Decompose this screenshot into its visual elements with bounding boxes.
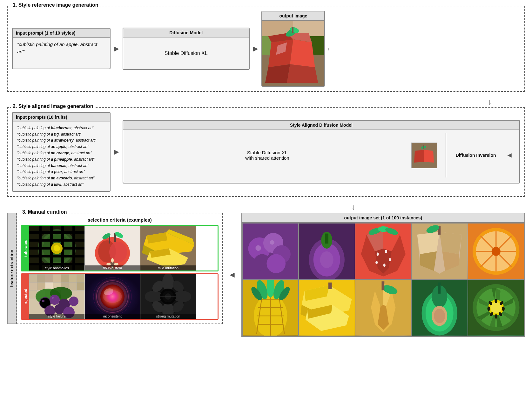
section-2-flow: input prompts (10 fruits) "cubistic pain…: [12, 112, 520, 192]
section-3-label: 3. Manual curation: [20, 209, 69, 215]
output-cell-fig: [299, 224, 354, 279]
output-image-set: output image set (1 of 100 instances): [241, 213, 525, 337]
svg-rect-66: [37, 282, 45, 290]
svg-point-87: [52, 297, 54, 299]
svg-point-118: [270, 240, 274, 244]
output-cell-pineapple: [243, 280, 298, 335]
svg-point-101: [173, 291, 191, 302]
s2-prompts-title: input prompts (10 fruits): [13, 113, 110, 122]
tolerated-row: tolerated: [21, 225, 219, 271]
s1-input-box: input prompt (1 of 10 styles) "cubistic …: [12, 28, 111, 69]
svg-rect-65: [29, 282, 37, 290]
svg-point-134: [383, 264, 385, 267]
output-image-grid: [241, 222, 525, 337]
section-2: 2. Style aligned image generation input …: [7, 107, 525, 197]
caption-strong-mutation: strong mutation: [140, 314, 196, 319]
section-1: 1. Style reference image generation inpu…: [7, 6, 525, 92]
s2-prompts-body: "cubistic painting of blueberries, abstr…: [13, 122, 110, 191]
svg-point-203: [495, 299, 497, 303]
svg-point-131: [385, 250, 387, 253]
s2-prompts-box: input prompts (10 fruits) "cubistic pain…: [12, 112, 111, 192]
output-cell-bananas: [299, 280, 354, 335]
svg-point-132: [389, 258, 391, 262]
output-cell-kiwi: [468, 280, 524, 335]
svg-marker-18: [414, 150, 424, 163]
svg-point-84: [54, 304, 64, 314]
section-1-label: 1. Style reference image generation: [11, 2, 100, 8]
svg-marker-19: [424, 150, 434, 163]
s1-output-image: [262, 21, 324, 86]
output-cell-blueberries: [243, 224, 298, 279]
svg-marker-8: [290, 39, 315, 67]
s1-model-title: Diffusion Model: [123, 28, 249, 37]
s2-model-body: Stable Diffusion XLwith shared attention…: [123, 130, 519, 181]
rejected-label: rejected: [22, 274, 29, 319]
output-cell-avocado: [412, 280, 467, 335]
svg-point-116: [266, 254, 286, 273]
s2-reference-thumb: [411, 143, 437, 168]
tolerated-img-2: double stem: [85, 226, 140, 270]
svg-point-82: [69, 297, 78, 306]
svg-point-80: [50, 295, 60, 305]
svg-marker-141: [440, 232, 462, 254]
tolerated-img-1: style anomalies: [29, 226, 85, 270]
caption-style-anomalies: style anomalies: [29, 265, 84, 270]
output-cell-strawberry: [355, 224, 411, 279]
svg-point-93: [103, 290, 122, 303]
svg-marker-140: [417, 232, 440, 254]
svg-rect-189: [438, 283, 441, 294]
svg-point-153: [491, 247, 500, 256]
svg-point-46: [106, 263, 111, 265]
svg-rect-71: [77, 282, 85, 290]
output-cell-orange: [468, 224, 524, 279]
arrow-from-s1: ◄: [506, 151, 513, 159]
caption-inconsistent: inconsistent: [85, 314, 140, 319]
svg-rect-16: [293, 27, 294, 33]
output-cell-pear: [355, 280, 411, 335]
output-cell-apple: [412, 224, 467, 279]
svg-rect-175: [328, 283, 332, 289]
section-1-flow: input prompt (1 of 10 styles) "cubistic …: [12, 11, 520, 87]
svg-rect-59: [37, 274, 45, 282]
svg-point-36: [54, 245, 60, 251]
caption-style-failure: style failure: [29, 314, 84, 319]
s1-input-text: "cubistic painting of an apple, abstract…: [13, 38, 110, 58]
s1-output-title: output image: [262, 11, 324, 21]
svg-point-44: [111, 258, 114, 263]
svg-point-86: [42, 300, 44, 302]
svg-rect-123: [325, 233, 329, 244]
manual-curation-area: feature extraction 3. Manual curation se…: [7, 213, 223, 324]
arrow-output-to-curation: ◄: [228, 270, 236, 280]
s2-model-box: Style Aligned Diffusion Model Stable Dif…: [123, 120, 520, 184]
output-set-title: output image set (1 of 100 instances): [241, 213, 525, 222]
s2-diffusion-inversion: Diffusion Inversion: [455, 153, 496, 158]
rejected-img-3: strong mutation: [140, 274, 196, 319]
svg-point-100: [145, 291, 163, 302]
svg-rect-61: [53, 274, 61, 282]
svg-rect-182: [381, 281, 384, 290]
arrow-3: ►: [112, 147, 121, 157]
rejected-img-1: style failure: [29, 274, 85, 319]
down-arrow-s2-s3: ↓: [7, 203, 525, 211]
s2-model-title: Style Aligned Diffusion Model: [123, 121, 519, 130]
svg-rect-21: [423, 145, 424, 149]
feature-extraction-label: feature extraction: [7, 213, 17, 324]
svg-rect-62: [61, 274, 69, 282]
svg-point-188: [434, 309, 445, 323]
model-divider: [446, 133, 446, 177]
caption-mild-mutation: mild mutation: [140, 265, 196, 270]
svg-marker-7: [268, 39, 293, 67]
arrow-2: ►: [252, 44, 260, 54]
svg-rect-58: [29, 274, 37, 282]
tolerated-img-3: mild mutation: [140, 226, 196, 270]
s1-input-title: input prompt (1 of 10 styles): [13, 29, 110, 38]
rejected-row: rejected: [21, 273, 219, 320]
manual-curation-section: 3. Manual curation selection criteria (e…: [17, 213, 223, 324]
svg-rect-60: [45, 274, 53, 282]
diffusion-inversion-text: Diffusion Inversion: [455, 153, 496, 158]
rejected-img-2: inconsistent: [85, 274, 140, 319]
svg-point-133: [375, 261, 378, 264]
connector-right: ↓: [327, 46, 330, 51]
svg-rect-63: [69, 274, 77, 282]
s2-sdxl-text: Stable Diffusion XLwith shared attention: [130, 150, 405, 161]
